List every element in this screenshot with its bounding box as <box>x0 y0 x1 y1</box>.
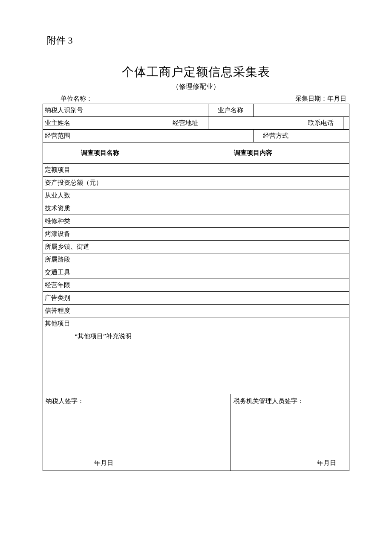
row-quota-project: 定额项目 <box>43 164 349 177</box>
officer-sign-label: 税务机关管理人员签字： <box>233 396 347 406</box>
row-survey-header: 调查项目名称 调查项目内容 <box>43 142 349 164</box>
attachment-label: 附件 3 <box>47 34 349 47</box>
row-investment: 资产投资总额（元） <box>43 177 349 189</box>
value-ad-category <box>157 292 349 305</box>
value-owner-name <box>157 117 163 130</box>
label-quota-project: 定额项目 <box>43 164 157 177</box>
label-phone: 联系电话 <box>298 117 343 130</box>
row-employee: 从业人数 <box>43 189 349 202</box>
value-business-years <box>157 279 349 292</box>
row-supplement: “其他项目”补充说明 <box>43 330 349 394</box>
value-business-mode <box>298 130 349 142</box>
row-scope: 经营范围 经营方式 <box>43 130 349 142</box>
value-transportation <box>157 266 349 279</box>
row-tech: 技术资质 <box>43 202 349 215</box>
label-employee-count: 从业人数 <box>43 189 157 202</box>
value-business-address <box>208 117 298 130</box>
value-other-items <box>157 317 349 330</box>
label-business-scope: 经营范围 <box>43 130 157 142</box>
supplement-label-text: “其他项目”补充说明 <box>45 332 155 340</box>
officer-sign-date: 年月日 <box>317 459 336 467</box>
document-title: 个体工商户定额信息采集表 <box>43 64 349 80</box>
value-employee-count <box>157 189 349 202</box>
label-business-mode: 经营方式 <box>253 130 298 142</box>
label-business-address: 经营地址 <box>163 117 208 130</box>
value-phone <box>343 117 349 130</box>
header-row: 单位名称： 采集日期：年月日 <box>43 95 349 103</box>
value-investment-total <box>157 177 349 189</box>
value-township-street <box>157 241 349 253</box>
value-taxpayer-id <box>157 104 208 117</box>
document-subtitle: （修理修配业） <box>43 82 349 91</box>
label-ad-category: 广告类别 <box>43 292 157 305</box>
value-reputation <box>157 305 349 317</box>
row-taxpayer-id: 纳税人识别号 业户名称 <box>43 104 349 117</box>
row-ad-category: 广告类别 <box>43 292 349 305</box>
label-repair-type: 维修种类 <box>43 215 157 228</box>
label-business-years: 经营年限 <box>43 279 157 292</box>
survey-content-header: 调查项目内容 <box>157 142 349 164</box>
label-transportation: 交通工具 <box>43 266 157 279</box>
label-owner-name: 业主姓名 <box>43 117 157 130</box>
row-owner: 业主姓名 经营地址 联系电话 <box>43 117 349 130</box>
value-business-scope <box>157 130 253 142</box>
value-road-section <box>157 253 349 266</box>
value-tech-qualification <box>157 202 349 215</box>
row-township: 所属乡镇、街道 <box>43 241 349 253</box>
row-transportation: 交通工具 <box>43 266 349 279</box>
label-road-section: 所属路段 <box>43 253 157 266</box>
label-investment-total: 资产投资总额（元） <box>43 177 157 189</box>
officer-signature-cell: 税务机关管理人员签字： 年月日 <box>231 394 349 471</box>
taxpayer-sign-label: 纳税人签字： <box>45 396 229 406</box>
value-quota-project <box>157 164 349 177</box>
value-business-name <box>253 104 349 117</box>
row-reputation: 信誉程度 <box>43 305 349 317</box>
row-repair-type: 维修种类 <box>43 215 349 228</box>
row-road-section: 所属路段 <box>43 253 349 266</box>
value-repair-type <box>157 215 349 228</box>
label-paint-equipment: 烤漆设备 <box>43 228 157 241</box>
row-business-years: 经营年限 <box>43 279 349 292</box>
taxpayer-signature-cell: 纳税人签字： 年月日 <box>43 394 231 471</box>
row-other-items: 其他项目 <box>43 317 349 330</box>
taxpayer-sign-date: 年月日 <box>94 459 113 467</box>
row-signature: 纳税人签字： 年月日 税务机关管理人员签字： 年月日 <box>43 394 349 471</box>
label-township-street: 所属乡镇、街道 <box>43 241 157 253</box>
survey-name-header: 调查项目名称 <box>43 142 157 164</box>
value-paint-equipment <box>157 228 349 241</box>
label-reputation: 信誉程度 <box>43 305 157 317</box>
unit-name-label: 单位名称： <box>43 95 92 103</box>
collect-date-label: 采集日期：年月日 <box>295 95 349 103</box>
label-taxpayer-id: 纳税人识别号 <box>43 104 157 117</box>
form-table: 纳税人识别号 业户名称 业主姓名 经营地址 联系电话 经营范围 经营方式 调查项… <box>43 104 349 471</box>
value-supplement <box>157 330 349 394</box>
label-supplement: “其他项目”补充说明 <box>43 330 157 394</box>
label-tech-qualification: 技术资质 <box>43 202 157 215</box>
row-paint-equipment: 烤漆设备 <box>43 228 349 241</box>
label-business-name: 业户名称 <box>208 104 253 117</box>
label-other-items: 其他项目 <box>43 317 157 330</box>
